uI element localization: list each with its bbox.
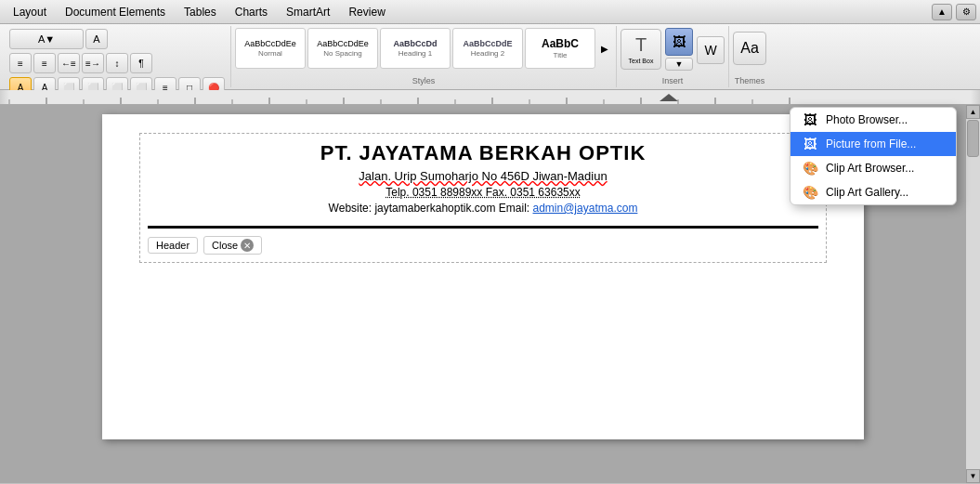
text-box-icon: T bbox=[635, 34, 647, 56]
header-close-button[interactable]: Close ✕ bbox=[203, 236, 262, 255]
indent-button[interactable]: ≡→ bbox=[82, 53, 104, 73]
menu-layout[interactable]: Layout bbox=[4, 4, 56, 20]
pilcrow-button[interactable]: ¶ bbox=[130, 53, 152, 73]
style-heading1[interactable]: AaBbCcDd Heading 1 bbox=[380, 28, 451, 69]
themes-section: Aa Themes bbox=[729, 26, 770, 87]
dropdown-picture-from-file-label: Picture from File... bbox=[826, 137, 916, 150]
email-link[interactable]: admin@jayatma.com bbox=[533, 202, 638, 215]
dropdown-clip-art-browser[interactable]: 🎨 Clip Art Browser... bbox=[791, 156, 956, 180]
styles-more-button[interactable]: ▶ bbox=[597, 28, 612, 69]
tab-stop-marker bbox=[660, 94, 678, 101]
style-nospace[interactable]: AaBbCcDdEe No Spacing bbox=[307, 28, 378, 69]
numbered-list-button[interactable]: ≡ bbox=[33, 53, 56, 73]
website-line: Website: jaytamaberkahoptik.com Email: a… bbox=[148, 202, 818, 215]
menu-smartart[interactable]: SmartArt bbox=[277, 4, 339, 20]
dropdown-clip-art-gallery-label: Clip Art Gallery... bbox=[826, 186, 908, 199]
vertical-scrollbar: ▲ ▼ bbox=[966, 105, 980, 483]
shapes-button[interactable]: ▼ bbox=[665, 58, 693, 71]
style-h1-preview: AaBbCcDd bbox=[393, 39, 437, 48]
word-art-button[interactable]: W bbox=[697, 36, 725, 64]
style-nospace-label: No Spacing bbox=[323, 49, 361, 58]
text-box-button[interactable]: T Text Box bbox=[621, 29, 661, 70]
style-h2-label: Heading 2 bbox=[471, 49, 504, 58]
style-title-preview: AaBbC bbox=[542, 37, 579, 50]
style-title-label: Title bbox=[554, 51, 568, 59]
header-content: PT. JAYATAMA BERKAH OPTIK Jalan. Urip Su… bbox=[148, 141, 818, 229]
ruler-svg bbox=[0, 90, 980, 105]
style-nospace-preview: AaBbCcDdEe bbox=[317, 39, 369, 48]
styles-section: AaBbCcDdEe Normal AaBbCcDdEe No Spacing … bbox=[231, 26, 617, 87]
photo-icon: 🖼 bbox=[673, 34, 686, 49]
styles-label: Styles bbox=[235, 74, 612, 85]
menu-tables[interactable]: Tables bbox=[175, 4, 226, 20]
insert-label: Insert bbox=[621, 74, 725, 85]
header-toolbar: Header Close ✕ bbox=[148, 236, 818, 255]
insert-dropdown-menu: 🖼 Photo Browser... 🖼 Picture from File..… bbox=[790, 107, 957, 205]
menu-document-elements[interactable]: Document Elements bbox=[56, 4, 175, 20]
paragraph-section: A▼ A ≡ ≡ ←≡ ≡→ ↕ ¶ A A ⬜ ⬜ bbox=[4, 26, 231, 87]
themes-button[interactable]: Aa bbox=[733, 32, 766, 65]
themes-label: Themes bbox=[733, 74, 766, 85]
sort-button[interactable]: ↕ bbox=[106, 53, 128, 73]
text-box-label: Text Box bbox=[629, 58, 654, 64]
window-minimize-button[interactable]: ▲ bbox=[932, 4, 952, 20]
toolbar: A▼ A ≡ ≡ ←≡ ≡→ ↕ ¶ A A ⬜ ⬜ bbox=[0, 24, 980, 90]
ruler bbox=[0, 90, 980, 105]
dropdown-clip-art-browser-label: Clip Art Browser... bbox=[826, 162, 914, 175]
clear-format-button[interactable]: A bbox=[85, 29, 108, 49]
telp-line: Telp. 0351 88989xx Fax. 0351 63635xx bbox=[148, 186, 818, 199]
photo-browser-button[interactable]: 🖼 bbox=[665, 28, 693, 56]
font-selector-button[interactable]: A▼ bbox=[9, 29, 84, 49]
style-h2-preview: AaBbCcDdE bbox=[463, 39, 512, 48]
style-heading2[interactable]: AaBbCcDdE Heading 2 bbox=[452, 28, 523, 69]
style-normal-label: Normal bbox=[258, 49, 282, 58]
scroll-up-button[interactable]: ▲ bbox=[966, 105, 980, 119]
outdent-button[interactable]: ←≡ bbox=[58, 53, 80, 73]
dropdown-picture-from-file[interactable]: 🖼 Picture from File... bbox=[791, 132, 956, 156]
bullet-list-button[interactable]: ≡ bbox=[9, 53, 32, 73]
clip-art-browser-icon: 🎨 bbox=[802, 162, 818, 175]
dropdown-photo-browser[interactable]: 🖼 Photo Browser... bbox=[791, 108, 956, 132]
scroll-thumb[interactable] bbox=[967, 120, 979, 157]
menu-bar: Layout Document Elements Tables Charts S… bbox=[0, 0, 980, 24]
company-name: PT. JAYATAMA BERKAH OPTIK bbox=[148, 141, 818, 165]
header-label: Header bbox=[148, 237, 198, 254]
dropdown-clip-art-gallery[interactable]: 🎨 Clip Art Gallery... bbox=[791, 180, 956, 204]
close-label: Close bbox=[212, 240, 238, 251]
picture-from-file-icon: 🖼 bbox=[802, 137, 818, 150]
style-normal-preview: AaBbCcDdEe bbox=[244, 39, 296, 48]
style-normal[interactable]: AaBbCcDdEe Normal bbox=[235, 28, 306, 69]
document-page: PT. JAYATAMA BERKAH OPTIK Jalan. Urip Su… bbox=[102, 114, 864, 439]
clip-art-gallery-icon: 🎨 bbox=[802, 186, 818, 199]
menu-charts[interactable]: Charts bbox=[226, 4, 277, 20]
address-line: Jalan. Urip Sumoharjo No 456D Jiwan-Madi… bbox=[148, 169, 818, 183]
style-title[interactable]: AaBbC Title bbox=[525, 28, 595, 69]
dropdown-photo-browser-label: Photo Browser... bbox=[826, 113, 908, 126]
window-settings-button[interactable]: ⚙ bbox=[956, 4, 976, 20]
themes-icon: Aa bbox=[740, 40, 759, 57]
photo-browser-icon: 🖼 bbox=[802, 113, 818, 126]
website-text: Website: jaytamaberkahoptik.com Email: bbox=[329, 202, 530, 215]
scroll-down-button[interactable]: ▼ bbox=[966, 469, 980, 483]
insert-section: T Text Box 🖼 ▼ W Insert bbox=[617, 26, 729, 87]
style-h1-label: Heading 1 bbox=[399, 49, 432, 58]
menu-review[interactable]: Review bbox=[339, 4, 394, 20]
close-icon: ✕ bbox=[241, 239, 254, 252]
